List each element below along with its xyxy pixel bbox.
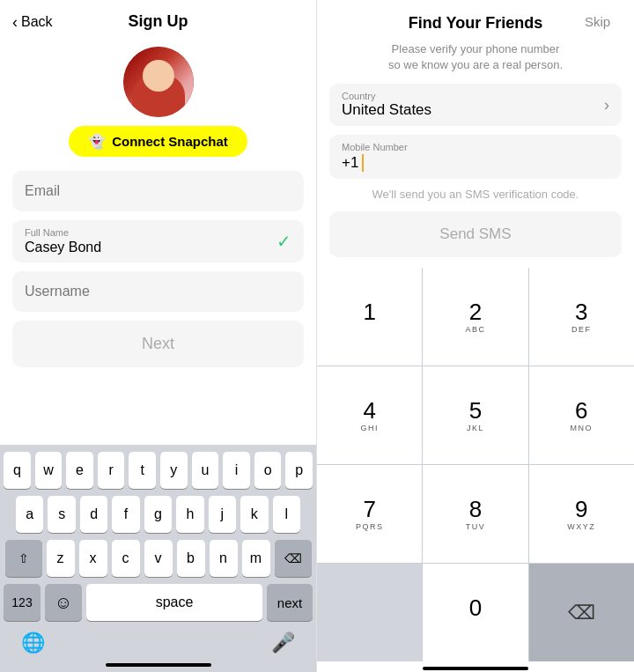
snapchat-ghost-icon: 👻: [88, 133, 106, 150]
key-h[interactable]: h: [176, 496, 203, 533]
back-chevron-icon: ‹: [12, 14, 18, 30]
mobile-field[interactable]: Mobile Number +1: [329, 135, 622, 179]
subtitle-line2: so we know you are a real person.: [388, 58, 563, 71]
key-x[interactable]: x: [79, 540, 107, 577]
num-key-6[interactable]: 6 MNO: [529, 366, 634, 464]
skip-button[interactable]: Skip: [585, 14, 620, 29]
key-y[interactable]: y: [160, 452, 188, 489]
key-d[interactable]: d: [80, 496, 107, 533]
home-indicator-right: [423, 667, 528, 670]
num-key-8[interactable]: 8 TUV: [423, 465, 527, 563]
key-o[interactable]: o: [254, 452, 282, 489]
connect-snapchat-label: Connect Snapchat: [112, 134, 228, 149]
globe-icon[interactable]: 🌐: [21, 631, 45, 654]
avatar-image: [123, 47, 194, 117]
key-l[interactable]: l: [273, 496, 300, 533]
keyboard-row-3: ⇧ z x c v b n m ⌫: [4, 540, 313, 577]
keyboard-row-2: a s d f g h j k l: [4, 496, 313, 533]
country-label: Country: [342, 91, 431, 101]
key-n[interactable]: n: [210, 540, 238, 577]
email-field[interactable]: [12, 171, 304, 211]
right-header: Find Your Friends Skip: [317, 0, 634, 41]
keyboard-left: q w e r t y u i o p a s d f g h j k l ⇧ …: [0, 445, 316, 672]
key-e[interactable]: e: [66, 452, 93, 489]
subtitle-line1: Please verify your phone number: [392, 42, 560, 55]
keyboard-row-1: q w e r t y u i o p: [4, 452, 313, 489]
mobile-input-row: +1: [342, 154, 609, 172]
key-a[interactable]: a: [16, 496, 43, 533]
country-field-content: Country United States: [342, 91, 431, 119]
key-f[interactable]: f: [112, 496, 139, 533]
num-key-1[interactable]: 1: [317, 268, 422, 366]
key-t[interactable]: t: [129, 452, 156, 489]
country-field[interactable]: Country United States ›: [329, 84, 622, 126]
key-v[interactable]: v: [144, 540, 173, 577]
key-c[interactable]: c: [112, 540, 140, 577]
space-key[interactable]: space: [86, 584, 262, 621]
key-u[interactable]: u: [192, 452, 219, 489]
num-key[interactable]: 123: [4, 584, 41, 621]
key-z[interactable]: z: [47, 540, 75, 577]
backspace-icon: ⌫: [568, 602, 595, 624]
left-header: ‹ Back Sign Up: [0, 0, 316, 40]
back-button[interactable]: ‹ Back: [12, 14, 53, 30]
page-title: Sign Up: [129, 12, 188, 31]
key-g[interactable]: g: [144, 496, 172, 533]
avatar: [123, 47, 194, 117]
mobile-cursor: [362, 154, 364, 172]
key-r[interactable]: r: [98, 452, 125, 489]
keyboard-bottom-icons: 🌐 🎤: [4, 624, 313, 658]
mobile-label: Mobile Number: [342, 142, 609, 152]
key-w[interactable]: w: [35, 452, 63, 489]
country-value: United States: [342, 101, 431, 118]
back-label: Back: [21, 14, 53, 30]
num-key-3[interactable]: 3 DEF: [529, 268, 634, 366]
num-key-5[interactable]: 5 JKL: [423, 366, 527, 464]
next-key[interactable]: next: [267, 584, 313, 621]
avatar-section: 👻 Connect Snapchat: [0, 40, 316, 167]
numpad: 1 2 ABC 3 DEF 4 GHI 5 JKL 6 MNO 7 PQRS: [317, 268, 634, 661]
mobile-prefix: +1: [342, 154, 358, 172]
num-key-empty: [317, 564, 422, 661]
num-key-9[interactable]: 9 WXYZ: [529, 465, 634, 563]
num-key-4[interactable]: 4 GHI: [317, 366, 422, 464]
num-backspace-key[interactable]: ⌫: [529, 564, 634, 661]
check-icon: ✓: [276, 231, 291, 252]
key-j[interactable]: j: [209, 496, 236, 533]
key-p[interactable]: p: [285, 452, 313, 489]
right-panel: Find Your Friends Skip Please verify you…: [317, 0, 634, 672]
form-section: Full Name ✓ Next: [0, 167, 316, 445]
key-b[interactable]: b: [177, 540, 205, 577]
num-key-7[interactable]: 7 PQRS: [317, 465, 422, 563]
send-sms-button[interactable]: Send SMS: [329, 211, 622, 257]
shift-key[interactable]: ⇧: [5, 540, 42, 577]
key-m[interactable]: m: [242, 540, 270, 577]
right-page-title: Find Your Friends: [366, 14, 585, 33]
left-panel: ‹ Back Sign Up 👻 Connect Snapchat Full N…: [0, 0, 317, 672]
num-key-2[interactable]: 2 ABC: [423, 268, 527, 366]
emoji-key[interactable]: ☺: [45, 584, 82, 621]
microphone-icon[interactable]: 🎤: [271, 631, 295, 654]
connect-snapchat-button[interactable]: 👻 Connect Snapchat: [69, 126, 247, 157]
num-key-0[interactable]: 0: [423, 564, 527, 661]
key-s[interactable]: s: [48, 496, 75, 533]
key-i[interactable]: i: [223, 452, 250, 489]
home-indicator: [106, 663, 211, 667]
fullname-label: Full Name: [25, 227, 69, 238]
next-button[interactable]: Next: [12, 321, 304, 367]
delete-key[interactable]: ⌫: [275, 540, 312, 577]
key-q[interactable]: q: [4, 452, 31, 489]
fullname-group: Full Name ✓: [12, 220, 304, 262]
username-field[interactable]: [12, 271, 304, 312]
key-k[interactable]: k: [240, 496, 268, 533]
country-chevron-icon: ›: [604, 96, 609, 114]
right-subtitle: Please verify your phone number so we kn…: [317, 41, 634, 84]
keyboard-row-4: 123 ☺ space next: [4, 584, 313, 621]
sms-hint: We'll send you an SMS verification code.: [317, 184, 634, 211]
